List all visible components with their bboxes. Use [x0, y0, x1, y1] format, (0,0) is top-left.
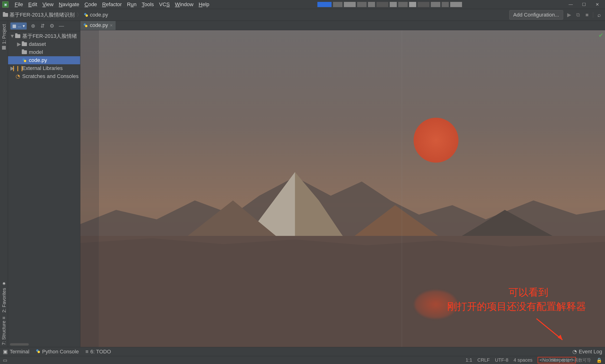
chevron-right-icon: ▶	[16, 41, 21, 47]
search-icon[interactable]: ⌕	[596, 12, 602, 18]
run-icon[interactable]: ▶	[566, 12, 572, 18]
csdn-watermark: CSDN @这个函数可导	[548, 357, 591, 363]
inspection-ok-icon[interactable]: ✔	[598, 32, 604, 39]
menu-file[interactable]: File	[12, 0, 25, 9]
svg-point-5	[85, 25, 88, 27]
menu-refactor[interactable]: Refactor	[100, 0, 124, 9]
status-line-sep[interactable]: CRLF	[477, 357, 490, 363]
annotation-line1: 可以看到	[509, 286, 548, 299]
event-log-icon: ◔	[572, 349, 577, 355]
navigation-bar: 基于FER-2013人脸情绪识别 〉 code.py Add Configura…	[0, 9, 605, 21]
status-rect-icon[interactable]: ▭	[3, 357, 7, 363]
titlebar: ▣ File Edit View Navigate Code Refactor …	[0, 0, 605, 9]
main-menu: File Edit View Navigate Code Refactor Ru…	[12, 0, 212, 9]
target-icon[interactable]: ⊕	[30, 23, 36, 29]
editor-tab-code[interactable]: code.py ×	[80, 21, 116, 30]
tree-item-code[interactable]: code.py	[8, 56, 80, 64]
debug-icon[interactable]: ⧉	[575, 12, 581, 18]
library-icon: ❙❙❙	[15, 65, 21, 71]
project-selector[interactable]: ▦ ... ▾	[10, 23, 27, 29]
svg-point-17	[38, 351, 40, 353]
stop-icon[interactable]: ■	[584, 12, 590, 18]
status-bar: ▭ 1:1 CRLF UTF-8 4 spaces <No interprete…	[0, 356, 605, 364]
terminal-icon: ▣	[3, 349, 8, 355]
svg-marker-15	[558, 335, 563, 340]
menu-tools[interactable]: Tools	[140, 0, 156, 9]
tree-item-model[interactable]: model	[8, 48, 80, 56]
python-icon	[84, 13, 88, 17]
status-indent[interactable]: 4 spaces	[514, 357, 532, 363]
editor-body[interactable]: ✔ 可以看到 刚打开的项目还没有配置解释器	[80, 30, 605, 347]
breadcrumb-root-label: 基于FER-2013人脸情绪识别	[10, 11, 75, 18]
menu-run[interactable]: Run	[125, 0, 139, 9]
python-icon	[36, 349, 40, 355]
annotation-line2: 刚打开的项目还没有配置解释器	[447, 300, 586, 314]
add-configuration-button[interactable]: Add Configuration...	[509, 10, 563, 20]
tool-event-log[interactable]: ◔Event Log	[572, 349, 602, 355]
folder-icon	[3, 13, 8, 17]
chevron-down-icon: ▼	[10, 33, 15, 39]
tool-favorites[interactable]: 2: Favorites★	[1, 279, 7, 314]
left-tool-strip: ▦1: Project 2: Favorites★ 7: Structure≡	[0, 21, 8, 347]
menu-help[interactable]: Help	[196, 0, 212, 9]
menu-view[interactable]: View	[40, 0, 56, 9]
breadcrumb-file[interactable]: code.py	[84, 12, 108, 18]
tree-root[interactable]: ▼ 基于FER-2013人脸情绪	[8, 32, 80, 40]
menu-window[interactable]: Window	[172, 0, 196, 9]
project-panel: ▦ ... ▾ ⊕ ⇵ ⚙ — ▼ 基于FER-2013人脸情绪 ▶ datas…	[8, 21, 80, 347]
python-icon	[21, 58, 27, 62]
close-icon[interactable]: ×	[110, 23, 113, 28]
status-encoding[interactable]: UTF-8	[495, 357, 508, 363]
tool-python-console[interactable]: Python Console	[36, 349, 79, 355]
tool-todo[interactable]: ≡6: TODO	[85, 349, 111, 355]
tool-project[interactable]: ▦1: Project	[1, 22, 7, 53]
breadcrumb: 基于FER-2013人脸情绪识别 〉 code.py	[3, 11, 108, 18]
breadcrumb-root[interactable]: 基于FER-2013人脸情绪识别	[3, 11, 75, 18]
tree-scratches[interactable]: ◔ Scratches and Consoles	[8, 72, 80, 80]
bottom-tool-strip: ▣Terminal Python Console ≡6: TODO ◔Event…	[0, 347, 605, 356]
status-lock-icon[interactable]: 🔒	[596, 357, 602, 363]
svg-point-1	[86, 14, 88, 17]
hide-icon[interactable]: —	[58, 23, 64, 29]
editor-background	[80, 30, 605, 347]
tool-terminal[interactable]: ▣Terminal	[3, 349, 29, 355]
horizontal-scrollbar[interactable]	[10, 343, 29, 346]
close-button[interactable]: ✕	[594, 1, 600, 8]
folder-icon	[21, 50, 27, 54]
tool-structure[interactable]: 7: Structure≡	[1, 315, 7, 347]
menu-edit[interactable]: Edit	[26, 0, 39, 9]
collapse-icon[interactable]: ⇵	[39, 23, 46, 29]
svg-point-3	[24, 60, 26, 62]
scratch-icon: ◔	[15, 73, 21, 79]
maximize-button[interactable]: ☐	[581, 1, 587, 8]
breadcrumb-file-label: code.py	[90, 12, 108, 18]
breadcrumb-separator: 〉	[77, 11, 82, 18]
settings-icon[interactable]: ⚙	[49, 23, 55, 29]
tree-external-libs[interactable]: ▶ ❙❙❙ External Libraries	[8, 64, 80, 72]
folder-icon	[21, 42, 27, 46]
folder-icon	[15, 34, 21, 38]
project-panel-header: ▦ ... ▾ ⊕ ⇵ ⚙ —	[8, 21, 80, 31]
minimize-button[interactable]: —	[568, 1, 574, 8]
editor-gutter	[80, 30, 99, 347]
menu-code[interactable]: Code	[82, 0, 100, 9]
project-tree: ▼ 基于FER-2013人脸情绪 ▶ dataset model code.py…	[8, 31, 80, 342]
app-icon: ▣	[2, 1, 9, 8]
menu-vcs[interactable]: VCS	[157, 0, 172, 9]
editor-area: code.py ×	[80, 21, 605, 347]
todo-icon: ≡	[85, 349, 88, 355]
title-blur	[212, 2, 568, 7]
status-position[interactable]: 1:1	[465, 357, 472, 363]
annotation-arrow	[534, 316, 567, 345]
python-icon	[83, 23, 88, 28]
editor-tabs: code.py ×	[80, 21, 605, 30]
menu-navigate[interactable]: Navigate	[56, 0, 82, 9]
tree-item-dataset[interactable]: ▶ dataset	[8, 40, 80, 48]
